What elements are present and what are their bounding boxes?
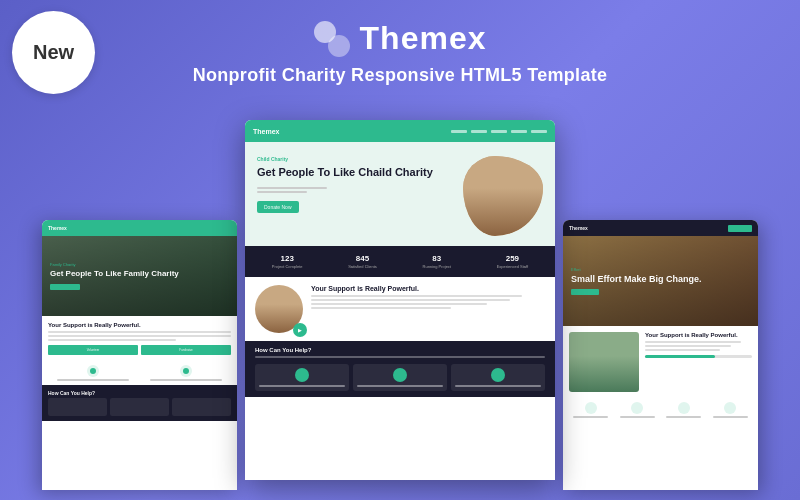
sc-support-line bbox=[311, 307, 451, 309]
left-support-lines bbox=[48, 331, 231, 341]
right-donate-label-4 bbox=[713, 416, 748, 418]
sc-nav-link bbox=[511, 130, 527, 133]
sc-howhelp-item-2 bbox=[353, 364, 447, 391]
sc-hero-desc2 bbox=[257, 191, 307, 193]
right-hero: Effort Small Effort Make Big Change. bbox=[563, 236, 758, 326]
sc-howhelp-item-1 bbox=[255, 364, 349, 391]
sc-play-btn[interactable]: ▶ bbox=[293, 323, 307, 337]
right-support-lines bbox=[645, 341, 752, 351]
right-donate-item-3 bbox=[662, 402, 706, 418]
sc-nav-links bbox=[451, 130, 547, 133]
sc-howhelp-icon-3 bbox=[491, 368, 505, 382]
sc-howhelp-icon-2 bbox=[393, 368, 407, 382]
right-progress-bar bbox=[645, 355, 715, 358]
left-support: Your Support is Really Powerful. Volunte… bbox=[42, 316, 237, 361]
right-progress-bar-container bbox=[645, 355, 752, 358]
left-hero: Family Charity Get People To Like Family… bbox=[42, 236, 237, 316]
right-donate-items bbox=[563, 398, 758, 422]
right-hero-btn bbox=[571, 289, 599, 295]
left-howhelp: How Can You Help? bbox=[42, 385, 237, 421]
right-donate-item-4 bbox=[709, 402, 753, 418]
left-nav-logo: Themex bbox=[48, 225, 67, 231]
logo-circle2 bbox=[328, 35, 350, 57]
sc-stat-1: 123 Project Complete bbox=[272, 254, 303, 269]
sc-support: ▶ Your Support is Really Powerful. bbox=[245, 277, 555, 341]
right-donate-icon-2 bbox=[631, 402, 643, 414]
left-support-btns: Volunteer Fundraise bbox=[48, 345, 231, 355]
sc-stat-4: 259 Experienced Staff bbox=[497, 254, 529, 269]
left-donate-icon-inner bbox=[90, 368, 96, 374]
left-support-line bbox=[48, 339, 176, 341]
sc-stat-label-1: Project Complete bbox=[272, 264, 303, 269]
right-donate-item-2 bbox=[616, 402, 660, 418]
left-howhelp-item bbox=[172, 398, 231, 416]
right-support-line bbox=[645, 345, 731, 347]
left-howhelp-item bbox=[48, 398, 107, 416]
sc-support-img: ▶ bbox=[255, 285, 303, 333]
right-donate-icon-4 bbox=[724, 402, 736, 414]
left-support-line bbox=[48, 335, 231, 337]
sc-support-lines bbox=[311, 295, 545, 309]
sc-howhelp-item-label-1 bbox=[259, 385, 345, 387]
right-donate-icon-3 bbox=[678, 402, 690, 414]
left-support-line bbox=[48, 331, 231, 333]
header: Themex Nonprofit Charity Responsive HTML… bbox=[0, 0, 800, 104]
sc-hero-title: Get People To Like Chaild Charity bbox=[257, 165, 453, 179]
left-hero-tag: Family Charity bbox=[50, 262, 229, 267]
sc-hero-tag: Child Charity bbox=[257, 156, 453, 162]
sc-stat-label-4: Experienced Staff bbox=[497, 264, 529, 269]
left-donate-label1 bbox=[57, 379, 129, 381]
logo-icon bbox=[314, 21, 350, 57]
sc-support-line bbox=[311, 299, 510, 301]
left-donate-icon-inner2 bbox=[183, 368, 189, 374]
sc-howhelp-items bbox=[255, 364, 545, 391]
left-donate-items bbox=[42, 361, 237, 385]
sc-stat-label-2: Satisfied Clients bbox=[348, 264, 377, 269]
screenshot-center: Themex Child Charity Get People To Like … bbox=[245, 120, 555, 480]
sc-hero-btn[interactable]: Donate Now bbox=[257, 201, 299, 213]
left-support-title: Your Support is Really Powerful. bbox=[48, 322, 231, 328]
sc-howhelp-item-label-2 bbox=[357, 385, 443, 387]
sc-nav-link bbox=[491, 130, 507, 133]
sc-hero-img-face bbox=[463, 156, 543, 236]
sc-howhelp-title: How Can You Help? bbox=[255, 347, 545, 353]
right-support: Your Support is Really Powerful. bbox=[563, 326, 758, 398]
sc-hero-img bbox=[463, 156, 543, 236]
right-support-line bbox=[645, 341, 741, 343]
sc-howhelp: How Can You Help? bbox=[245, 341, 555, 397]
sc-support-title: Your Support is Really Powerful. bbox=[311, 285, 545, 292]
left-become-volunteer-btn[interactable]: Volunteer bbox=[48, 345, 138, 355]
main-container: New Themex Nonprofit Charity Responsive … bbox=[0, 0, 800, 500]
left-nav: Themex bbox=[42, 220, 237, 236]
right-nav: Themex bbox=[563, 220, 758, 236]
sc-nav-link bbox=[531, 130, 547, 133]
right-donate-label-1 bbox=[573, 416, 608, 418]
left-donate-label2 bbox=[150, 379, 222, 381]
right-support-content: Your Support is Really Powerful. bbox=[645, 332, 752, 392]
screenshot-left: Themex Family Charity Get People To Like… bbox=[42, 220, 237, 490]
left-howhelp-item bbox=[110, 398, 169, 416]
sc-nav: Themex bbox=[245, 120, 555, 142]
sc-stat-num-4: 259 bbox=[497, 254, 529, 263]
right-donate-label-3 bbox=[666, 416, 701, 418]
sc-stat-num-2: 845 bbox=[348, 254, 377, 263]
sc-support-text: Your Support is Really Powerful. bbox=[311, 285, 545, 309]
right-donate-item-1 bbox=[569, 402, 613, 418]
left-howhelp-items bbox=[48, 398, 231, 416]
right-nav-btn[interactable] bbox=[728, 225, 752, 232]
left-hero-btn bbox=[50, 284, 80, 290]
sc-hero: Child Charity Get People To Like Chaild … bbox=[245, 142, 555, 246]
left-donate-item bbox=[141, 365, 231, 381]
sc-stat-num-1: 123 bbox=[272, 254, 303, 263]
sc-stat-2: 845 Satisfied Clients bbox=[348, 254, 377, 269]
logo-text: Themex bbox=[360, 20, 487, 57]
sc-nav-link bbox=[451, 130, 467, 133]
sc-hero-desc1 bbox=[257, 187, 327, 189]
right-hero-tag: Effort bbox=[571, 267, 750, 272]
left-quick-fundraise-btn[interactable]: Fundraise bbox=[141, 345, 231, 355]
left-donate-item bbox=[48, 365, 138, 381]
sc-howhelp-icon-1 bbox=[295, 368, 309, 382]
logo-row: Themex bbox=[314, 20, 487, 57]
sc-stat-3: 83 Running Project bbox=[423, 254, 451, 269]
right-donate-icon-1 bbox=[585, 402, 597, 414]
